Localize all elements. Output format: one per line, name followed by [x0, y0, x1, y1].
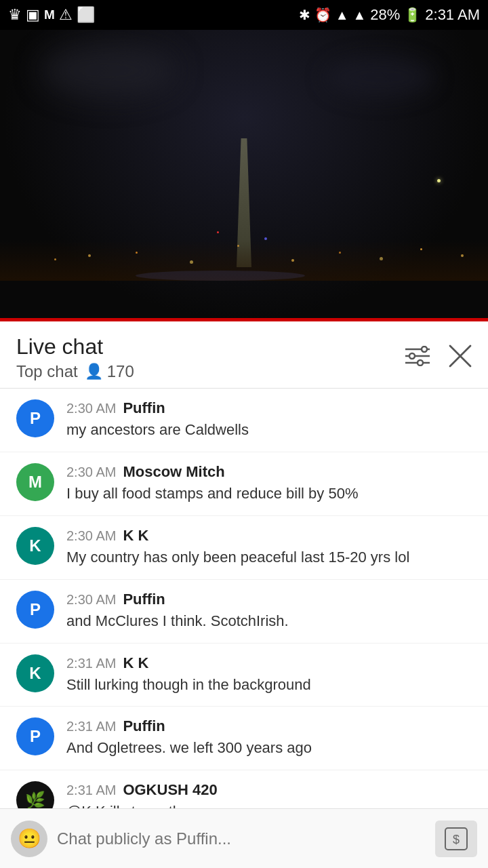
viewer-number: 170	[107, 362, 134, 381]
chat-header-right	[405, 344, 472, 371]
alarm-icon: ⏰	[314, 7, 331, 23]
signal-icon: ▲	[352, 7, 366, 23]
top-chat-label: Top chat	[16, 362, 78, 381]
message-text: I buy all food stamps and reduce bill by…	[66, 484, 472, 505]
video-player[interactable]	[0, 30, 488, 321]
status-bar: ♛ ▣ M ⚠ ⬜ ✱ ⏰ ▲ ▲ 28% 🔋 2:31 AM	[0, 0, 488, 30]
avatar: K	[16, 527, 54, 565]
chat-header: Live chat Top chat 👤 170	[0, 321, 488, 389]
warning-icon: ⚠	[59, 6, 73, 24]
chat-message: M2:30 AMMoscow MitchI buy all food stamp…	[0, 452, 488, 516]
svg-text:$: $	[453, 833, 460, 846]
svg-point-3	[422, 347, 427, 352]
battery-text: 28%	[370, 6, 400, 24]
viewer-count: 👤 170	[85, 362, 134, 381]
status-icons-right: ✱ ⏰ ▲ ▲ 28% 🔋 2:31 AM	[299, 6, 480, 24]
message-author: Puffin	[123, 399, 165, 417]
message-author: OGKUSH 420	[123, 781, 217, 799]
video-progress-bar[interactable]	[0, 318, 488, 321]
bluetooth-icon: ✱	[299, 7, 310, 23]
status-icons-left: ♛ ▣ M ⚠ ⬜	[8, 6, 95, 24]
top-chat-row: Top chat 👤 170	[16, 362, 134, 381]
message-author: Puffin	[123, 591, 165, 608]
avatar: K	[16, 654, 54, 692]
chat-panel: Live chat Top chat 👤 170	[0, 321, 488, 868]
wifi-icon: ▲	[336, 7, 349, 23]
message-content: 2:30 AMMoscow MitchI buy all food stamps…	[66, 463, 472, 505]
message-meta: 2:31 AMOGKUSH 420	[66, 781, 472, 799]
chat-message: K2:31 AMK KStill lurking though in the b…	[0, 644, 488, 707]
message-text: Still lurking though in the background	[66, 675, 472, 696]
time-display: 2:31 AM	[425, 6, 480, 24]
message-content: 2:31 AMK KStill lurking though in the ba…	[66, 654, 472, 696]
live-chat-title: Live chat	[16, 334, 134, 359]
message-meta: 2:31 AMK K	[66, 654, 472, 672]
send-button[interactable]: $	[435, 821, 477, 857]
message-content: 2:30 AMPuffinmy ancestors are Caldwells	[66, 399, 472, 441]
person-icon: 👤	[85, 363, 103, 380]
avatar: P	[16, 591, 54, 629]
chat-message: P2:30 AMPuffinand McClures I think. Scot…	[0, 580, 488, 644]
message-time: 2:31 AM	[66, 719, 116, 734]
chat-input[interactable]	[57, 821, 426, 857]
avatar: P	[16, 399, 54, 437]
message-time: 2:31 AM	[66, 656, 116, 671]
message-text: My country has only been peaceful last 1…	[66, 547, 472, 568]
svg-point-4	[409, 353, 415, 359]
message-text: And Ogletrees. we left 300 years ago	[66, 738, 472, 759]
message-time: 2:30 AM	[66, 528, 116, 544]
message-author: K K	[123, 527, 148, 545]
message-meta: 2:30 AMPuffin	[66, 591, 472, 608]
message-author: Puffin	[123, 717, 165, 735]
message-author: Moscow Mitch	[123, 463, 224, 481]
emoji-button[interactable]: 😐	[11, 821, 47, 857]
app-icon: M	[44, 7, 55, 22]
close-button[interactable]	[449, 344, 472, 371]
message-meta: 2:30 AMPuffin	[66, 399, 472, 417]
filter-button[interactable]	[405, 346, 430, 370]
folder-icon: ▣	[26, 6, 40, 24]
message-content: 2:30 AMPuffinand McClures I think. Scotc…	[66, 591, 472, 632]
svg-point-5	[418, 360, 423, 366]
crown-icon: ♛	[8, 6, 22, 24]
message-meta: 2:30 AMMoscow Mitch	[66, 463, 472, 481]
message-time: 2:31 AM	[66, 783, 116, 798]
message-time: 2:30 AM	[66, 465, 116, 480]
message-text: and McClures I think. ScotchIrish.	[66, 611, 472, 632]
chat-messages-list: P2:30 AMPuffinmy ancestors are Caldwells…	[0, 389, 488, 868]
message-meta: 2:30 AMK K	[66, 527, 472, 545]
message-content: 2:30 AMK KMy country has only been peace…	[66, 527, 472, 568]
image-icon: ⬜	[77, 6, 95, 24]
message-content: 2:31 AMPuffinAnd Ogletrees. we left 300 …	[66, 717, 472, 759]
message-time: 2:30 AM	[66, 401, 116, 416]
chat-message: K2:30 AMK KMy country has only been peac…	[0, 516, 488, 580]
chat-message: P2:30 AMPuffinmy ancestors are Caldwells	[0, 389, 488, 452]
chat-input-area: 😐 $	[0, 808, 488, 868]
message-time: 2:30 AM	[66, 592, 116, 608]
message-text: my ancestors are Caldwells	[66, 420, 472, 441]
emoji-icon: 😐	[18, 827, 41, 850]
avatar: M	[16, 463, 54, 501]
battery-icon: 🔋	[404, 7, 421, 23]
chat-message: P2:31 AMPuffinAnd Ogletrees. we left 300…	[0, 707, 488, 770]
message-author: K K	[123, 654, 148, 672]
avatar: P	[16, 717, 54, 755]
message-meta: 2:31 AMPuffin	[66, 717, 472, 735]
chat-header-left: Live chat Top chat 👤 170	[16, 334, 134, 381]
